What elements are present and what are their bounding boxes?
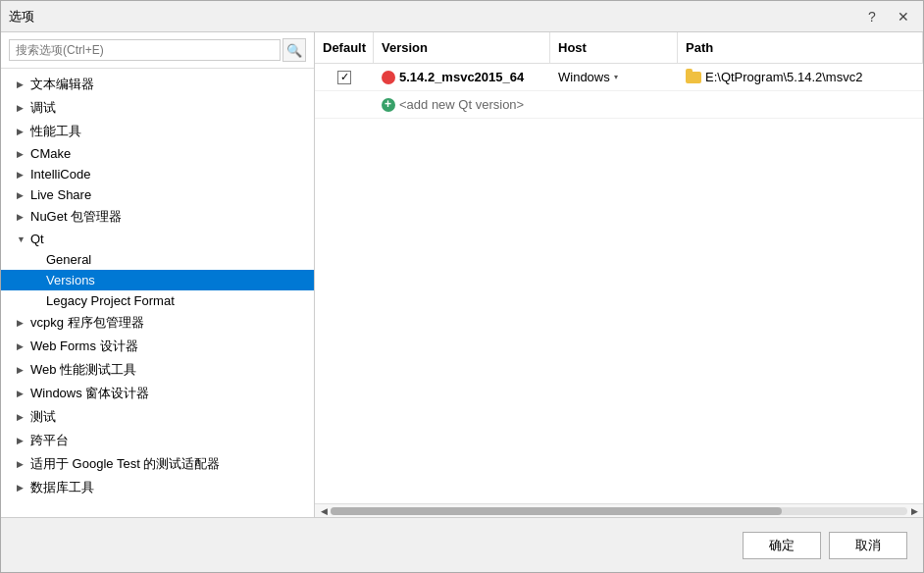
help-button[interactable]: ? [860,5,884,28]
sidebar-item-label-cmake: CMake [30,146,71,161]
sidebar-item-data-tools[interactable]: ▶数据库工具 [1,476,314,499]
sidebar-item-qt-versions[interactable]: Versions [1,270,314,290]
scroll-left-btn[interactable]: ◀ [317,504,331,518]
path-cell-1 [678,101,923,109]
close-button[interactable]: ✕ [892,5,915,28]
tree-arrow-cross-platform: ▶ [17,436,26,445]
sidebar-item-debug[interactable]: ▶调试 [1,96,314,120]
col-version: Version [374,32,550,63]
sidebar-item-windows-designer[interactable]: ▶Windows 窗体设计器 [1,382,314,405]
search-bar: 🔍 [1,32,314,69]
tree-panel: ▶文本编辑器▶调试▶性能工具▶CMake▶IntelliCode▶Live Sh… [1,69,314,517]
scrollbar-thumb[interactable] [331,507,782,515]
sidebar-item-test[interactable]: ▶测试 [1,405,314,429]
sidebar-item-web-forms[interactable]: ▶Web Forms 设计器 [1,335,314,358]
window-title: 选项 [9,8,34,26]
sidebar-item-perf-tools[interactable]: ▶性能工具 [1,120,314,143]
sidebar-item-label-perf-tools: 性能工具 [30,123,81,140]
col-default: Default [315,32,374,63]
sidebar-item-text-editor[interactable]: ▶文本编辑器 [1,73,314,96]
tree-arrow-intellicode: ▶ [17,170,26,180]
col-host: Host [550,32,678,63]
sidebar-item-label-qt-general: General [46,252,91,267]
sidebar-item-cmake[interactable]: ▶CMake [1,143,314,164]
horizontal-scrollbar[interactable]: ◀ ▶ [315,503,923,517]
tree-arrow-web-perf: ▶ [17,365,26,375]
title-bar-controls: ? ✕ [860,5,915,28]
folder-icon [686,72,701,83]
sidebar-item-live-share[interactable]: ▶Live Share [1,184,314,205]
add-icon [382,98,395,112]
tree-arrow-perf-tools: ▶ [17,127,26,136]
sidebar-item-label-cross-platform: 跨平台 [30,432,69,449]
sidebar-item-label-data-tools: 数据库工具 [30,479,94,496]
host-cell-0[interactable]: Windows ▾ [550,66,678,88]
table-row[interactable]: 5.14.2_msvc2015_64Windows ▾E:\QtProgram\… [315,64,923,91]
sidebar-item-nuget[interactable]: ▶NuGet 包管理器 [1,205,314,229]
version-text-1: <add new Qt version> [399,97,524,112]
sidebar-item-label-intellicode: IntelliCode [30,167,90,182]
path-text-0: E:\QtProgram\5.14.2\msvc2 [705,70,862,84]
sidebar-item-vcpkg[interactable]: ▶vcpkg 程序包管理器 [1,311,314,335]
tree-arrow-debug: ▶ [17,103,26,113]
path-cell-0[interactable]: E:\QtProgram\5.14.2\msvc2 [678,66,923,88]
sidebar-item-label-windows-designer: Windows 窗体设计器 [30,385,149,402]
version-text-0: 5.14.2_msvc2015_64 [399,70,524,84]
host-cell-1 [550,101,678,109]
ok-button[interactable]: 确定 [743,532,821,559]
tree-arrow-data-tools: ▶ [17,483,26,493]
sidebar-item-label-qt: Qt [30,232,44,246]
tree-arrow-live-share: ▶ [17,190,26,200]
tree-arrow-test: ▶ [17,412,26,422]
sidebar-item-label-qt-legacy: Legacy Project Format [46,293,175,308]
checkbox-checked[interactable] [337,71,351,84]
options-window: 选项 ? ✕ 🔍 ▶文本编辑器▶调试▶性能工具▶CMake▶IntelliCod… [0,0,924,573]
sidebar-item-label-debug: 调试 [30,99,56,117]
sidebar-item-label-qt-versions: Versions [46,273,95,287]
table-header: Default Version Host Path [315,32,923,64]
sidebar-item-label-test: 测试 [30,408,56,426]
default-cell-1[interactable] [315,101,374,109]
tree-arrow-google-test: ▶ [17,459,26,469]
col-path: Path [678,32,923,63]
tree-arrow-windows-designer: ▶ [17,389,26,398]
search-icon[interactable]: 🔍 [282,38,306,62]
sidebar-item-google-test[interactable]: ▶适用于 Google Test 的测试适配器 [1,452,314,476]
sidebar-item-label-text-editor: 文本编辑器 [30,76,94,93]
tree-arrow-web-forms: ▶ [17,341,26,351]
host-dropdown-arrow[interactable]: ▾ [614,73,618,81]
left-panel: 🔍 ▶文本编辑器▶调试▶性能工具▶CMake▶IntelliCode▶Live … [1,32,315,517]
error-icon [382,71,395,84]
default-cell-0[interactable] [315,67,374,88]
main-content: 🔍 ▶文本编辑器▶调试▶性能工具▶CMake▶IntelliCode▶Live … [1,32,923,517]
table-body: 5.14.2_msvc2015_64Windows ▾E:\QtProgram\… [315,64,923,503]
version-cell-0: 5.14.2_msvc2015_64 [374,66,550,88]
search-input[interactable] [9,39,281,61]
sidebar-item-cross-platform[interactable]: ▶跨平台 [1,429,314,452]
scroll-right-btn[interactable]: ▶ [907,504,921,518]
sidebar-item-intellicode[interactable]: ▶IntelliCode [1,164,314,184]
sidebar-item-qt-legacy[interactable]: Legacy Project Format [1,290,314,311]
tree-arrow-qt: ▼ [17,234,26,244]
sidebar-item-qt[interactable]: ▼Qt [1,229,314,249]
sidebar-item-label-nuget: NuGet 包管理器 [30,208,122,226]
title-bar: 选项 ? ✕ [1,1,923,32]
cancel-button[interactable]: 取消 [829,532,907,559]
tree-arrow-text-editor: ▶ [17,79,26,89]
tree-arrow-nuget: ▶ [17,212,26,222]
sidebar-item-label-web-perf: Web 性能测试工具 [30,361,136,379]
sidebar-item-label-vcpkg: vcpkg 程序包管理器 [30,314,144,332]
table-row[interactable]: <add new Qt version> [315,91,923,119]
sidebar-item-label-google-test: 适用于 Google Test 的测试适配器 [30,455,220,473]
scrollbar-track[interactable] [331,507,907,515]
footer: 确定 取消 [1,517,923,572]
sidebar-item-qt-general[interactable]: General [1,249,314,270]
sidebar-item-label-web-forms: Web Forms 设计器 [30,338,138,355]
tree-arrow-vcpkg: ▶ [17,318,26,328]
right-panel: Default Version Host Path 5.14.2_msvc201… [315,32,923,517]
host-text-0: Windows [558,70,610,84]
sidebar-item-label-live-share: Live Share [30,187,91,202]
sidebar-item-web-perf[interactable]: ▶Web 性能测试工具 [1,358,314,382]
tree-arrow-cmake: ▶ [17,149,26,159]
version-cell-1[interactable]: <add new Qt version> [374,93,550,116]
